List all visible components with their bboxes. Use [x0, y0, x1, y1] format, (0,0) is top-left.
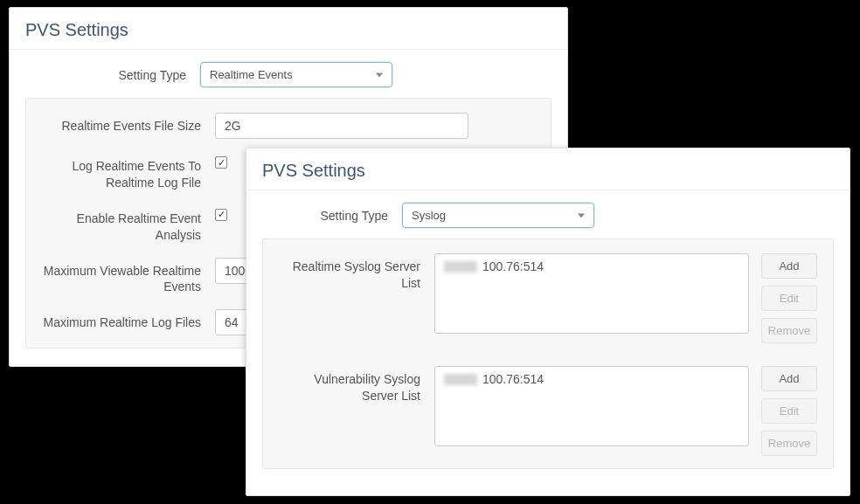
- edit-button[interactable]: Edit: [761, 286, 817, 311]
- edit-button[interactable]: Edit: [761, 398, 817, 424]
- realtime-syslog-list-label: Realtime Syslog Server List: [277, 253, 434, 292]
- setting-type-select[interactable]: Syslog: [402, 203, 594, 228]
- file-size-label: Realtime Events File Size: [40, 113, 215, 135]
- redacted-prefix: [444, 374, 477, 385]
- setting-type-label: Setting Type: [25, 62, 200, 84]
- max-viewable-label: Maximum Viewable Realtime Events: [40, 258, 215, 296]
- chevron-down-icon: [376, 72, 383, 77]
- panel-title: PVS Settings: [246, 148, 850, 190]
- add-button[interactable]: Add: [761, 366, 817, 391]
- file-size-input[interactable]: [215, 113, 468, 139]
- setting-type-value: Syslog: [412, 209, 446, 222]
- setting-type-value: Realtime Events: [210, 68, 293, 81]
- max-logfiles-label: Maximum Realtime Log Files: [40, 309, 215, 331]
- panel-title: PVS Settings: [10, 8, 567, 50]
- enable-analysis-label: Enable Realtime Event Analysis: [40, 205, 215, 244]
- remove-button[interactable]: Remove: [761, 431, 817, 456]
- syslog-settings-fieldset: Realtime Syslog Server List 100.76:514 A…: [262, 238, 834, 469]
- redacted-prefix: [444, 261, 477, 273]
- vulnerability-syslog-listbox[interactable]: 100.76:514: [434, 366, 749, 446]
- setting-type-label: Setting Type: [262, 203, 402, 224]
- list-item-text: 100.76:514: [482, 372, 544, 386]
- pvs-settings-syslog-panel: PVS Settings Setting Type Syslog Realtim…: [246, 148, 850, 496]
- enable-analysis-checkbox[interactable]: ✓: [215, 209, 227, 221]
- log-to-file-label: Log Realtime Events To Realtime Log File: [40, 153, 215, 191]
- setting-type-select[interactable]: Realtime Events: [200, 62, 392, 87]
- log-to-file-checkbox[interactable]: ✓: [215, 156, 227, 169]
- realtime-syslog-listbox[interactable]: 100.76:514: [434, 253, 749, 334]
- vulnerability-syslog-list-label: Vulnerability Syslog Server List: [277, 366, 434, 404]
- add-button[interactable]: Add: [761, 253, 817, 279]
- list-item-text: 100.76:514: [482, 259, 544, 273]
- remove-button[interactable]: Remove: [761, 318, 817, 343]
- list-item[interactable]: 100.76:514: [435, 367, 748, 391]
- list-item[interactable]: 100.76:514: [435, 254, 748, 279]
- chevron-down-icon: [578, 213, 585, 217]
